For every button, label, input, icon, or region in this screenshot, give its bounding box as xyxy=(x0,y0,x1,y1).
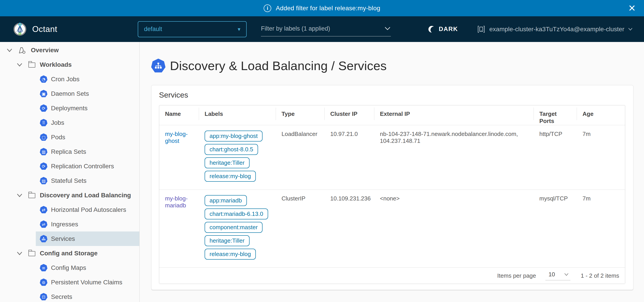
sidebar-item-label: Config Maps xyxy=(51,264,86,271)
dropdown-arrow-icon: ▾ xyxy=(238,26,240,32)
sidebar-item-cron-jobs[interactable]: ◔Cron Jobs xyxy=(0,72,139,86)
horizontal-pod-autoscalers-icon: ⇄ xyxy=(40,206,48,214)
label-pill[interactable]: chart:ghost-8.0.5 xyxy=(204,144,258,155)
services-card: Services NameLabelsTypeCluster IPExterna… xyxy=(151,85,634,290)
type-cell: ClusterIP xyxy=(276,190,324,267)
jobs-icon: ⠿ xyxy=(40,119,48,127)
sidebar-item-ingresses[interactable]: ⇌Ingresses xyxy=(0,217,139,231)
pods-icon: ▢ xyxy=(40,134,48,141)
column-header-name: Name xyxy=(159,105,199,125)
app-header: Octant default ▾ Filter by labels (1 app… xyxy=(0,16,644,42)
sidebar-item-horizontal-pod-autoscalers[interactable]: ⇄Horizontal Pod Autoscalers xyxy=(0,202,139,217)
secrets-icon: ⊡ xyxy=(40,293,48,301)
column-header-age: Age xyxy=(577,105,625,125)
pagination-range: 1 - 2 of 2 items xyxy=(581,272,619,279)
label-pill[interactable]: app:my-blog-ghost xyxy=(204,131,262,142)
sidebar-item-replica-sets[interactable]: ▥Replica Sets xyxy=(0,145,139,159)
app-name: Octant xyxy=(32,24,57,34)
close-icon[interactable]: × xyxy=(628,2,636,14)
labels-cell: app:my-blog-ghostchart:ghost-8.0.5herita… xyxy=(199,125,276,189)
sidebar-item-label: Pods xyxy=(51,134,65,141)
caret-down-icon[interactable] xyxy=(6,47,14,53)
label-filter[interactable]: Filter by labels (1 applied) xyxy=(261,22,391,36)
sidebar-item-label: Ingresses xyxy=(51,221,78,228)
label-pill[interactable]: release:my-blog xyxy=(204,171,256,182)
sidebar-item-config-and-storage[interactable]: Config and Storage xyxy=(0,246,139,261)
cron-jobs-icon: ◔ xyxy=(40,75,48,83)
sidebar-item-config-maps[interactable]: ≡Config Maps xyxy=(0,261,139,275)
config-maps-icon: ≡ xyxy=(40,264,48,272)
sidebar-item-services[interactable]: Services xyxy=(0,231,139,246)
sidebar-item-label: Discovery and Load Balancing xyxy=(40,192,131,199)
sidebar-item-label: Cron Jobs xyxy=(51,76,80,83)
banner-message: Added filter for label release:my-blog xyxy=(276,5,380,12)
sidebar-item-stateful-sets[interactable]: ▤Stateful Sets xyxy=(0,173,139,188)
sidebar-item-label: Secrets xyxy=(51,293,72,301)
table-footer: Items per page 10 1 - 2 of 2 items xyxy=(159,268,625,284)
sidebar-item-label: Stateful Sets xyxy=(51,177,86,184)
items-per-page-label: Items per page xyxy=(497,272,536,279)
theme-toggle-button[interactable]: DARK xyxy=(428,26,458,33)
info-circle-icon: i xyxy=(264,4,271,12)
sidebar-item-persistent-volume-claims[interactable]: ⊜Persistent Volume Claims xyxy=(0,275,139,290)
age-cell: 7m xyxy=(577,125,625,189)
services-datagrid: NameLabelsTypeCluster IPExternal IPTarge… xyxy=(159,105,625,284)
services-page-icon xyxy=(151,59,166,73)
caret-down-icon[interactable] xyxy=(16,62,24,68)
age-cell: 7m xyxy=(577,190,625,267)
caret-down-icon[interactable] xyxy=(16,192,24,198)
brand: Octant xyxy=(0,22,138,37)
label-filter-text: Filter by labels (1 applied) xyxy=(261,25,330,32)
cluster-context-dropdown[interactable]: example-cluster-ka3TuTzYo4a@example-clus… xyxy=(477,25,633,34)
label-pill[interactable]: chart:mariadb-6.13.0 xyxy=(204,208,268,219)
sidebar-item-deployments[interactable]: ⟳Deployments xyxy=(0,101,139,115)
label-pill[interactable]: heritage:Tiller xyxy=(204,157,250,168)
namespace-selector[interactable]: default ▾ xyxy=(138,21,247,37)
page-title: Discovery & Load Balancing / Services xyxy=(170,58,386,73)
stateful-sets-icon: ▤ xyxy=(40,177,48,185)
sidebar-item-replication-controllers[interactable]: ⟳Replication Controllers xyxy=(0,159,139,173)
service-name-link[interactable]: my-blog-ghost xyxy=(165,131,188,144)
external-ip-cell: <none> xyxy=(374,190,534,267)
label-pill[interactable]: component:master xyxy=(204,222,262,233)
notification-banner: i Added filter for label release:my-blog… xyxy=(0,0,644,16)
sidebar-item-label: Daemon Sets xyxy=(51,90,89,97)
sidebar-item-daemon-sets[interactable]: ▣Daemon Sets xyxy=(0,86,139,101)
sidebar-item-secrets[interactable]: ⊡Secrets xyxy=(0,290,139,302)
sidebar-item-label: Replica Sets xyxy=(51,148,86,155)
label-pill[interactable]: heritage:Tiller xyxy=(204,235,250,246)
sidebar-item-label: Overview xyxy=(31,47,59,54)
column-header-cluster-ip: Cluster IP xyxy=(324,105,374,125)
overview-icon xyxy=(18,46,26,54)
target-ports-cell: mysql/TCP xyxy=(534,190,577,267)
sidebar-item-discovery-and-load-balancing[interactable]: Discovery and Load Balancing xyxy=(0,188,139,202)
sidebar-item-workloads[interactable]: Workloads xyxy=(0,57,139,72)
items-per-page-select[interactable]: 10 xyxy=(546,271,570,280)
name-cell: my-blog-ghost xyxy=(159,125,199,189)
external-ip-cell: nb-104-237-148-71.newark.nodebalancer.li… xyxy=(374,125,534,189)
theme-toggle-label: DARK xyxy=(439,26,458,33)
namespace-value: default xyxy=(144,26,162,33)
table-row: my-blog-ghostapp:my-blog-ghostchart:ghos… xyxy=(159,125,625,190)
cluster-ip-cell: 10.97.21.0 xyxy=(324,125,374,189)
label-pill[interactable]: app:mariadb xyxy=(204,195,247,206)
folder-icon xyxy=(28,250,35,256)
octant-logo xyxy=(13,22,27,37)
sidebar-item-jobs[interactable]: ⠿Jobs xyxy=(0,115,139,130)
sidebar-item-label: Deployments xyxy=(51,105,88,112)
sidebar-item-overview[interactable]: Overview xyxy=(0,43,139,57)
card-title: Services xyxy=(159,91,625,99)
sidebar-item-label: Workloads xyxy=(40,61,72,68)
daemon-sets-icon: ▣ xyxy=(40,90,48,98)
sidebar-item-label: Replication Controllers xyxy=(51,163,114,170)
cluster-ip-cell: 10.109.231.236 xyxy=(324,190,374,267)
moon-icon xyxy=(428,26,435,33)
replica-sets-icon: ▥ xyxy=(40,148,48,155)
sidebar-item-pods[interactable]: ▢Pods xyxy=(0,130,139,145)
chevron-down-icon xyxy=(384,26,391,31)
caret-down-icon[interactable] xyxy=(16,250,24,256)
table-row: my-blog-mariadbapp:mariadbchart:mariadb-… xyxy=(159,190,625,268)
label-pill[interactable]: release:my-blog xyxy=(204,249,256,260)
target-ports-cell: http/TCP xyxy=(534,125,577,189)
service-name-link[interactable]: my-blog-mariadb xyxy=(165,195,188,209)
